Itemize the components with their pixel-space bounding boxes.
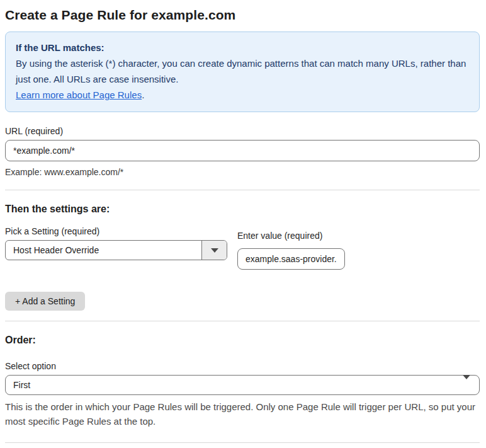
enter-value-label: Enter value (required) — [237, 231, 345, 241]
order-section-heading: Order: — [5, 335, 480, 346]
chevron-down-icon — [463, 379, 470, 391]
url-match-info-box: If the URL matches: By using the asteris… — [5, 32, 480, 112]
setting-row: Pick a Setting (required) Host Header Ov… — [5, 226, 480, 270]
chevron-down-icon — [201, 241, 227, 260]
pick-setting-selected-value: Host Header Override — [6, 241, 201, 260]
pick-setting-select[interactable]: Host Header Override — [5, 240, 227, 260]
learn-more-page-rules-link[interactable]: Learn more about Page Rules — [16, 89, 142, 100]
url-input[interactable] — [5, 140, 480, 161]
order-helper-text: This is the order in which your Page Rul… — [5, 399, 480, 428]
divider — [5, 442, 480, 443]
order-selected-value: First — [13, 380, 30, 390]
setting-value-column: Enter value (required) — [237, 231, 345, 270]
url-helper-text: Example: www.example.com/* — [5, 167, 480, 177]
pick-setting-label: Pick a Setting (required) — [5, 226, 227, 236]
url-label: URL (required) — [5, 126, 480, 136]
link-suffix: . — [142, 89, 144, 100]
add-setting-button[interactable]: + Add a Setting — [5, 292, 85, 311]
order-select-label: Select option — [5, 361, 480, 371]
setting-picker-column: Pick a Setting (required) Host Header Ov… — [5, 226, 227, 260]
info-box-body-text: By using the asterisk (*) character, you… — [16, 58, 466, 84]
setting-value-input[interactable] — [237, 248, 345, 270]
page-rule-form: Create a Page Rule for example.com If th… — [0, 0, 486, 448]
info-box-heading: If the URL matches: — [16, 40, 469, 55]
divider — [5, 321, 480, 321]
info-box-body: By using the asterisk (*) character, you… — [16, 55, 469, 103]
settings-section-heading: Then the settings are: — [5, 204, 480, 215]
page-title: Create a Page Rule for example.com — [5, 8, 480, 23]
divider — [5, 190, 480, 190]
order-select[interactable]: First — [5, 375, 480, 395]
